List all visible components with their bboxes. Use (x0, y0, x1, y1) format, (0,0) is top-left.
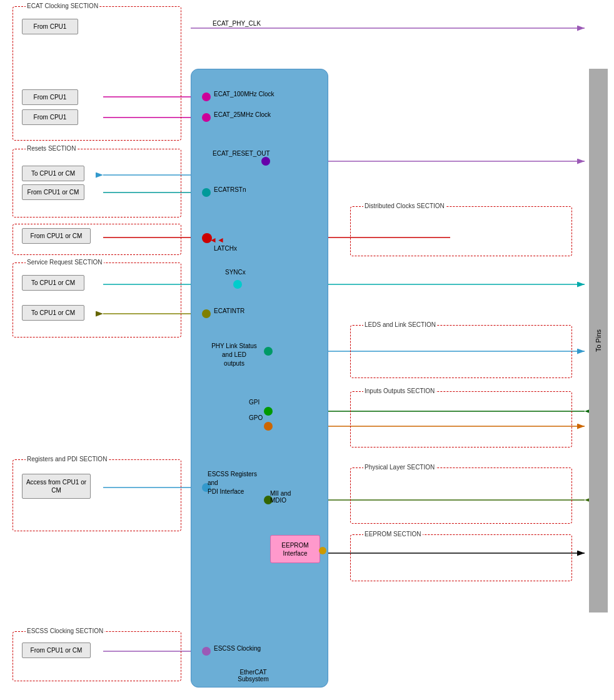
mii-mdio-label: MII andMDIO (270, 490, 291, 504)
access-cpu1-cm-box: Access from CPU1 or CM (22, 474, 91, 499)
ethercat-subsystem-label: EtherCATSubsystem (216, 669, 291, 682)
syncx-label: SYNCx (225, 269, 246, 276)
phy-link-label: PHY Link Statusand LEDoutputs (208, 342, 261, 368)
ecatrstn-label: ECATRSTn (214, 186, 246, 193)
inputs-outputs-label: Inputs Outputs SECTION (363, 388, 436, 394)
escss-clocking-label: ESCSS Clocking SECTION (26, 628, 104, 634)
ecat-clocking-label: ECAT Clocking SECTION (26, 2, 99, 9)
to-cpu1-cm-box-3: To CPU1 or CM (22, 305, 84, 321)
ecatintr-dot (202, 309, 211, 318)
resets-section: Resets SECTION (13, 149, 181, 218)
from-cpu1-box-1: From CPU1 (22, 19, 78, 34)
gpi-label: GPI (249, 399, 259, 406)
syncx-dot (233, 280, 242, 289)
ecat-25mhz-label: ECAT_25MHz Clock (214, 111, 271, 118)
phy-link-dot (264, 347, 273, 356)
latchx-label: LATCHx (214, 245, 237, 252)
ecatintr-label: ECATINTR (214, 308, 244, 314)
ecat-phy-clk-label: ECAT_PHY_CLK (213, 20, 261, 27)
to-pins-label: To Pins (595, 329, 602, 352)
to-pins-bar: To Pins (589, 69, 608, 612)
ecat-reset-dot (261, 157, 270, 166)
leds-link-section: LEDS and Link SECTION (350, 325, 572, 378)
escss-clocking-dot (202, 647, 211, 656)
ecat-reset-label: ECAT_RESET_OUT (213, 150, 270, 157)
leds-link-label: LEDS and Link SECTION (363, 321, 437, 328)
gpi-dot (264, 407, 273, 416)
eeprom-interface-box: EEPROM Interface (270, 535, 320, 563)
gpo-label: GPO (249, 414, 263, 421)
resets-label: Resets SECTION (26, 145, 77, 152)
distributed-clocks-section: Distributed Clocks SECTION (350, 206, 572, 256)
physical-layer-section: Physical Layer SECTION (350, 468, 572, 524)
from-cpu1-cm-escss-box: From CPU1 or CM (22, 642, 91, 658)
ecat-100mhz-dot (202, 92, 211, 101)
registers-pdi-label: Registers and PDI SECTION (26, 456, 108, 462)
to-cpu1-cm-box-2: To CPU1 or CM (22, 275, 84, 291)
service-request-section: Service Request SECTION (13, 262, 181, 338)
ecatrstn-dot (202, 188, 211, 197)
eeprom-dot (319, 547, 326, 554)
latchx-arrow-indicator: ◄◄ (209, 236, 224, 244)
ethercat-main-block (191, 69, 328, 688)
physical-layer-label: Physical Layer SECTION (363, 464, 436, 471)
from-cpu1-box-2: From CPU1 (22, 89, 78, 105)
to-cpu1-cm-box-1: To CPU1 or CM (22, 166, 84, 181)
escss-registers-label: ESCSS RegistersandPDI Interface (208, 470, 264, 496)
from-cpu1-cm-box-2: From CPU1 or CM (22, 228, 91, 244)
eeprom-section: EEPROM SECTION (350, 534, 572, 581)
gpo-dot (264, 422, 273, 431)
ecat-100mhz-label: ECAT_100MHz Clock (214, 91, 274, 98)
eeprom-label: EEPROM SECTION (363, 531, 423, 538)
escss-clocking-signal-label: ESCSS Clocking (214, 645, 261, 652)
distributed-clocks-label: Distributed Clocks SECTION (363, 202, 446, 209)
service-request-label: Service Request SECTION (26, 259, 104, 266)
diagram-container: ECAT Clocking SECTION From CPU1 From CPU… (0, 0, 614, 700)
from-cpu1-cm-box-1: From CPU1 or CM (22, 184, 84, 200)
from-cpu1-box-3: From CPU1 (22, 109, 78, 125)
inputs-outputs-section: Inputs Outputs SECTION (350, 391, 572, 448)
ecat-25mhz-dot (202, 113, 211, 122)
